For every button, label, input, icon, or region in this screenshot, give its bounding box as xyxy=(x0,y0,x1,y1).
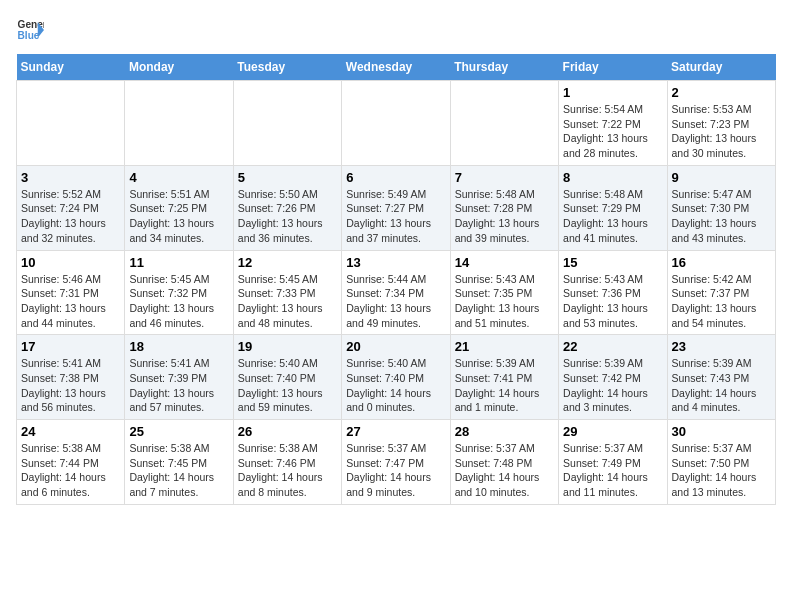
day-number: 14 xyxy=(455,255,554,270)
day-of-week-thursday: Thursday xyxy=(450,54,558,81)
day-info: Sunrise: 5:43 AM Sunset: 7:35 PM Dayligh… xyxy=(455,272,554,331)
day-number: 22 xyxy=(563,339,662,354)
day-of-week-friday: Friday xyxy=(559,54,667,81)
calendar-cell: 23Sunrise: 5:39 AM Sunset: 7:43 PM Dayli… xyxy=(667,335,775,420)
day-number: 30 xyxy=(672,424,771,439)
day-number: 12 xyxy=(238,255,337,270)
calendar-cell: 11Sunrise: 5:45 AM Sunset: 7:32 PM Dayli… xyxy=(125,250,233,335)
day-info: Sunrise: 5:47 AM Sunset: 7:30 PM Dayligh… xyxy=(672,187,771,246)
day-number: 13 xyxy=(346,255,445,270)
day-info: Sunrise: 5:45 AM Sunset: 7:32 PM Dayligh… xyxy=(129,272,228,331)
calendar-cell: 30Sunrise: 5:37 AM Sunset: 7:50 PM Dayli… xyxy=(667,420,775,505)
calendar-cell: 29Sunrise: 5:37 AM Sunset: 7:49 PM Dayli… xyxy=(559,420,667,505)
calendar-cell: 4Sunrise: 5:51 AM Sunset: 7:25 PM Daylig… xyxy=(125,165,233,250)
calendar-cell: 21Sunrise: 5:39 AM Sunset: 7:41 PM Dayli… xyxy=(450,335,558,420)
day-number: 17 xyxy=(21,339,120,354)
day-info: Sunrise: 5:46 AM Sunset: 7:31 PM Dayligh… xyxy=(21,272,120,331)
day-info: Sunrise: 5:53 AM Sunset: 7:23 PM Dayligh… xyxy=(672,102,771,161)
day-of-week-monday: Monday xyxy=(125,54,233,81)
calendar-cell xyxy=(17,81,125,166)
day-info: Sunrise: 5:37 AM Sunset: 7:50 PM Dayligh… xyxy=(672,441,771,500)
day-info: Sunrise: 5:39 AM Sunset: 7:43 PM Dayligh… xyxy=(672,356,771,415)
calendar-cell: 13Sunrise: 5:44 AM Sunset: 7:34 PM Dayli… xyxy=(342,250,450,335)
day-info: Sunrise: 5:38 AM Sunset: 7:45 PM Dayligh… xyxy=(129,441,228,500)
logo-icon: General Blue xyxy=(16,16,44,44)
svg-text:Blue: Blue xyxy=(18,30,40,41)
day-number: 25 xyxy=(129,424,228,439)
day-number: 10 xyxy=(21,255,120,270)
day-info: Sunrise: 5:49 AM Sunset: 7:27 PM Dayligh… xyxy=(346,187,445,246)
calendar-cell: 9Sunrise: 5:47 AM Sunset: 7:30 PM Daylig… xyxy=(667,165,775,250)
day-info: Sunrise: 5:39 AM Sunset: 7:42 PM Dayligh… xyxy=(563,356,662,415)
day-number: 2 xyxy=(672,85,771,100)
calendar-cell: 8Sunrise: 5:48 AM Sunset: 7:29 PM Daylig… xyxy=(559,165,667,250)
day-info: Sunrise: 5:42 AM Sunset: 7:37 PM Dayligh… xyxy=(672,272,771,331)
day-info: Sunrise: 5:40 AM Sunset: 7:40 PM Dayligh… xyxy=(346,356,445,415)
week-row-3: 10Sunrise: 5:46 AM Sunset: 7:31 PM Dayli… xyxy=(17,250,776,335)
day-number: 9 xyxy=(672,170,771,185)
day-info: Sunrise: 5:45 AM Sunset: 7:33 PM Dayligh… xyxy=(238,272,337,331)
day-info: Sunrise: 5:48 AM Sunset: 7:29 PM Dayligh… xyxy=(563,187,662,246)
day-info: Sunrise: 5:40 AM Sunset: 7:40 PM Dayligh… xyxy=(238,356,337,415)
calendar-cell: 22Sunrise: 5:39 AM Sunset: 7:42 PM Dayli… xyxy=(559,335,667,420)
week-row-1: 1Sunrise: 5:54 AM Sunset: 7:22 PM Daylig… xyxy=(17,81,776,166)
day-number: 6 xyxy=(346,170,445,185)
day-number: 4 xyxy=(129,170,228,185)
day-info: Sunrise: 5:38 AM Sunset: 7:44 PM Dayligh… xyxy=(21,441,120,500)
day-number: 8 xyxy=(563,170,662,185)
calendar-cell: 12Sunrise: 5:45 AM Sunset: 7:33 PM Dayli… xyxy=(233,250,341,335)
day-number: 21 xyxy=(455,339,554,354)
day-number: 3 xyxy=(21,170,120,185)
calendar-cell: 6Sunrise: 5:49 AM Sunset: 7:27 PM Daylig… xyxy=(342,165,450,250)
day-number: 16 xyxy=(672,255,771,270)
calendar-cell: 20Sunrise: 5:40 AM Sunset: 7:40 PM Dayli… xyxy=(342,335,450,420)
logo: General Blue xyxy=(16,16,44,44)
calendar-cell xyxy=(233,81,341,166)
day-number: 11 xyxy=(129,255,228,270)
day-info: Sunrise: 5:54 AM Sunset: 7:22 PM Dayligh… xyxy=(563,102,662,161)
day-info: Sunrise: 5:43 AM Sunset: 7:36 PM Dayligh… xyxy=(563,272,662,331)
day-of-week-tuesday: Tuesday xyxy=(233,54,341,81)
calendar-cell: 25Sunrise: 5:38 AM Sunset: 7:45 PM Dayli… xyxy=(125,420,233,505)
day-number: 29 xyxy=(563,424,662,439)
day-of-week-saturday: Saturday xyxy=(667,54,775,81)
day-number: 27 xyxy=(346,424,445,439)
day-info: Sunrise: 5:51 AM Sunset: 7:25 PM Dayligh… xyxy=(129,187,228,246)
calendar: SundayMondayTuesdayWednesdayThursdayFrid… xyxy=(16,54,776,505)
calendar-cell xyxy=(342,81,450,166)
day-info: Sunrise: 5:44 AM Sunset: 7:34 PM Dayligh… xyxy=(346,272,445,331)
day-info: Sunrise: 5:37 AM Sunset: 7:48 PM Dayligh… xyxy=(455,441,554,500)
day-info: Sunrise: 5:39 AM Sunset: 7:41 PM Dayligh… xyxy=(455,356,554,415)
day-number: 26 xyxy=(238,424,337,439)
header: General Blue xyxy=(16,16,776,44)
day-info: Sunrise: 5:50 AM Sunset: 7:26 PM Dayligh… xyxy=(238,187,337,246)
calendar-cell: 27Sunrise: 5:37 AM Sunset: 7:47 PM Dayli… xyxy=(342,420,450,505)
calendar-cell xyxy=(125,81,233,166)
day-number: 23 xyxy=(672,339,771,354)
day-info: Sunrise: 5:41 AM Sunset: 7:39 PM Dayligh… xyxy=(129,356,228,415)
week-row-5: 24Sunrise: 5:38 AM Sunset: 7:44 PM Dayli… xyxy=(17,420,776,505)
day-number: 19 xyxy=(238,339,337,354)
calendar-cell xyxy=(450,81,558,166)
day-info: Sunrise: 5:48 AM Sunset: 7:28 PM Dayligh… xyxy=(455,187,554,246)
calendar-cell: 1Sunrise: 5:54 AM Sunset: 7:22 PM Daylig… xyxy=(559,81,667,166)
day-number: 7 xyxy=(455,170,554,185)
calendar-cell: 14Sunrise: 5:43 AM Sunset: 7:35 PM Dayli… xyxy=(450,250,558,335)
day-info: Sunrise: 5:41 AM Sunset: 7:38 PM Dayligh… xyxy=(21,356,120,415)
calendar-cell: 16Sunrise: 5:42 AM Sunset: 7:37 PM Dayli… xyxy=(667,250,775,335)
day-info: Sunrise: 5:38 AM Sunset: 7:46 PM Dayligh… xyxy=(238,441,337,500)
calendar-cell: 15Sunrise: 5:43 AM Sunset: 7:36 PM Dayli… xyxy=(559,250,667,335)
day-info: Sunrise: 5:52 AM Sunset: 7:24 PM Dayligh… xyxy=(21,187,120,246)
day-info: Sunrise: 5:37 AM Sunset: 7:49 PM Dayligh… xyxy=(563,441,662,500)
calendar-cell: 24Sunrise: 5:38 AM Sunset: 7:44 PM Dayli… xyxy=(17,420,125,505)
calendar-cell: 18Sunrise: 5:41 AM Sunset: 7:39 PM Dayli… xyxy=(125,335,233,420)
day-of-week-wednesday: Wednesday xyxy=(342,54,450,81)
calendar-cell: 2Sunrise: 5:53 AM Sunset: 7:23 PM Daylig… xyxy=(667,81,775,166)
week-row-4: 17Sunrise: 5:41 AM Sunset: 7:38 PM Dayli… xyxy=(17,335,776,420)
calendar-cell: 19Sunrise: 5:40 AM Sunset: 7:40 PM Dayli… xyxy=(233,335,341,420)
calendar-cell: 7Sunrise: 5:48 AM Sunset: 7:28 PM Daylig… xyxy=(450,165,558,250)
calendar-cell: 5Sunrise: 5:50 AM Sunset: 7:26 PM Daylig… xyxy=(233,165,341,250)
calendar-cell: 17Sunrise: 5:41 AM Sunset: 7:38 PM Dayli… xyxy=(17,335,125,420)
day-of-week-sunday: Sunday xyxy=(17,54,125,81)
day-number: 24 xyxy=(21,424,120,439)
